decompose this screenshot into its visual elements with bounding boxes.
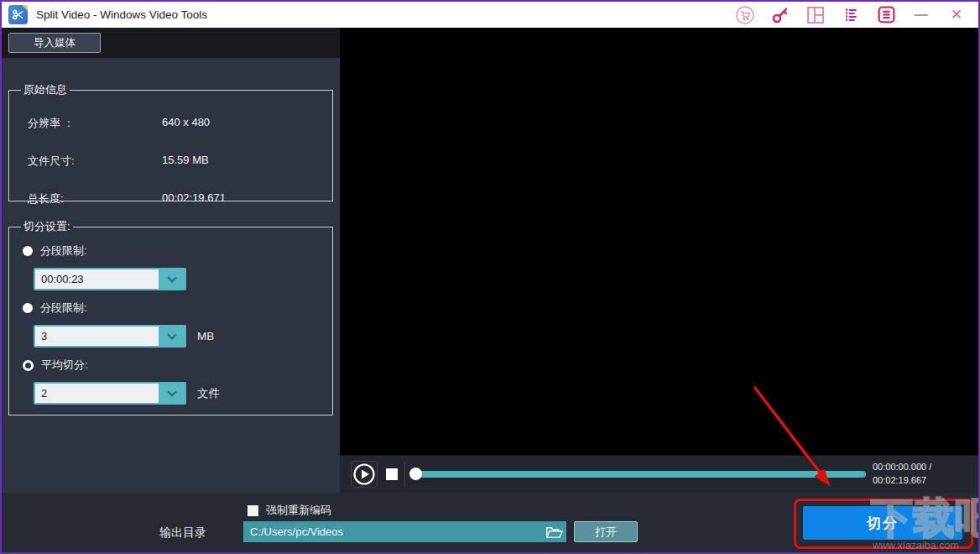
- import-media-button[interactable]: 导入媒体: [8, 33, 101, 53]
- output-dir-label: 输出目录: [159, 525, 206, 541]
- seek-slider-thumb[interactable]: [409, 468, 422, 480]
- split-button[interactable]: 切分: [803, 506, 962, 540]
- browse-folder-button[interactable]: [541, 521, 566, 542]
- layout-icon[interactable]: [804, 5, 827, 25]
- segment-size-label: 分段限制:: [40, 301, 87, 316]
- notes-icon[interactable]: [874, 5, 898, 25]
- split-settings-group: 切分设置: 分段限制: 00:00:23 分段限制: 3: [8, 219, 333, 416]
- output-path-input[interactable]: [243, 525, 541, 538]
- chevron-down-icon[interactable]: [159, 269, 185, 289]
- tune-icon[interactable]: [839, 5, 863, 25]
- titlebar-buttons: — ✕: [733, 5, 978, 25]
- split-settings-legend: 切分设置:: [21, 219, 73, 234]
- force-reencode-label: 强制重新编码: [266, 503, 331, 518]
- minimize-button[interactable]: —: [910, 5, 933, 25]
- open-button[interactable]: 打开: [574, 521, 638, 542]
- video-preview: [340, 28, 978, 455]
- seek-slider[interactable]: [410, 471, 866, 478]
- time-display: 00:00:00.000 / 00:02:19.667: [873, 460, 931, 487]
- output-path-field[interactable]: [243, 521, 566, 542]
- time-current: 00:00:00.000 /: [873, 460, 931, 473]
- close-button[interactable]: ✕: [945, 5, 968, 25]
- segment-size-unit: MB: [197, 330, 214, 342]
- resolution-value: 640 x 480: [162, 116, 210, 131]
- cart-icon[interactable]: [733, 5, 757, 25]
- icon-fold: [22, 5, 28, 11]
- average-split-dropdown[interactable]: 2: [34, 382, 186, 405]
- player-bar: 00:00:00.000 / 00:02:19.667: [340, 455, 978, 493]
- average-split-value: 2: [35, 384, 159, 403]
- duration-value: 00:02:19.671: [162, 191, 226, 206]
- original-info-group: 原始信息 分辨率 ： 640 x 480 文件尺寸: 15.59 MB 总长度:…: [8, 82, 333, 201]
- window-title: Split Video - Windows Video Tools: [36, 8, 207, 21]
- play-button[interactable]: [351, 461, 378, 488]
- app-window: Split Video - Windows Video Tools: [0, 0, 980, 554]
- force-reencode-option[interactable]: 强制重新编码: [248, 503, 331, 518]
- folder-icon: [545, 525, 563, 540]
- left-panel: 原始信息 分辨率 ： 640 x 480 文件尺寸: 15.59 MB 总长度:…: [2, 58, 340, 493]
- option-segment-size[interactable]: 分段限制:: [23, 301, 324, 316]
- radio-average-split[interactable]: [23, 360, 34, 371]
- segment-size-value: 3: [35, 327, 159, 346]
- resolution-label: 分辨率 ：: [18, 116, 162, 131]
- radio-segment-time[interactable]: [23, 246, 33, 256]
- segment-size-row: 3 MB: [34, 325, 324, 348]
- average-split-label: 平均切分:: [41, 358, 88, 373]
- time-total: 00:02:19.667: [873, 473, 931, 487]
- play-icon: [352, 463, 376, 486]
- segment-time-dropdown[interactable]: 00:00:23: [34, 268, 186, 290]
- app-icon: [8, 5, 28, 24]
- player-separator: [404, 462, 405, 487]
- bottom-bar: 强制重新编码 输出目录 打开 切分: [2, 493, 978, 552]
- original-info-legend: 原始信息: [21, 82, 70, 97]
- duration-label: 总长度:: [18, 191, 162, 206]
- stop-button[interactable]: [386, 468, 398, 480]
- radio-segment-size[interactable]: [23, 303, 33, 313]
- segment-size-dropdown[interactable]: 3: [34, 325, 186, 348]
- chevron-down-icon[interactable]: [159, 327, 185, 346]
- info-row-resolution: 分辨率 ： 640 x 480: [18, 116, 324, 131]
- force-reencode-checkbox[interactable]: [248, 505, 258, 516]
- segment-time-label: 分段限制:: [40, 243, 87, 259]
- average-split-unit: 文件: [197, 386, 220, 401]
- import-toolbar: 导入媒体: [2, 28, 340, 58]
- key-icon[interactable]: [769, 5, 792, 25]
- info-row-duration: 总长度: 00:02:19.671: [18, 191, 324, 206]
- info-row-filesize: 文件尺寸: 15.59 MB: [18, 154, 324, 169]
- segment-time-value: 00:00:23: [35, 269, 159, 289]
- segment-time-row: 00:00:23: [34, 268, 324, 290]
- filesize-value: 15.59 MB: [162, 154, 209, 169]
- chevron-down-icon[interactable]: [159, 384, 185, 403]
- option-segment-time[interactable]: 分段限制:: [23, 243, 324, 259]
- average-split-row: 2 文件: [34, 382, 324, 405]
- option-average-split[interactable]: 平均切分:: [23, 358, 324, 373]
- filesize-label: 文件尺寸:: [18, 154, 162, 169]
- titlebar: Split Video - Windows Video Tools: [2, 2, 978, 28]
